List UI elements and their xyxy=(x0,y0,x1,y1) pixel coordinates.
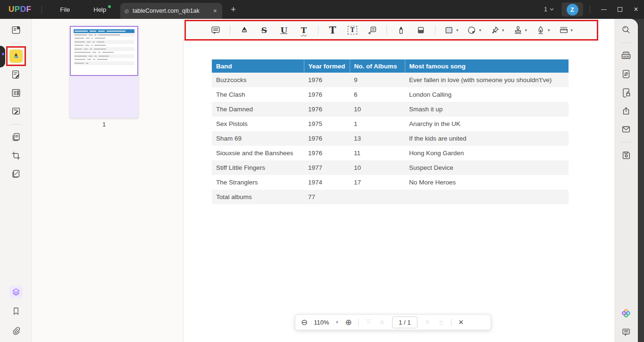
account-button[interactable]: Z xyxy=(561,2,583,17)
maximize-button[interactable] xyxy=(612,0,628,19)
next-page-button[interactable] xyxy=(424,318,431,326)
sidebar-item-reader[interactable] xyxy=(9,24,23,37)
zoom-out-button[interactable]: ⊖ xyxy=(301,318,308,326)
document-tab[interactable]: ⊘ tableConvert.com_qib1ak × xyxy=(120,3,222,19)
sidebar-item-convert[interactable] xyxy=(620,68,632,80)
right-rail-background: OCR xyxy=(614,19,644,342)
sidebar-item-feedback[interactable] xyxy=(620,326,632,338)
thumbnail-offscreen-area xyxy=(70,76,138,118)
table-cell: 9 xyxy=(350,73,405,87)
sidebar-item-share[interactable] xyxy=(620,105,632,117)
table-cell: Ever fallen in love (with someone you sh… xyxy=(405,73,569,87)
text-box-tool[interactable]: T xyxy=(347,25,358,36)
sidebar-item-fill-sign[interactable] xyxy=(9,105,23,118)
chevron-down-icon: ▾ xyxy=(571,28,573,33)
table-row[interactable]: The Stranglers197417No More Heroes xyxy=(212,175,569,190)
tab-count-dropdown[interactable]: 1 xyxy=(544,6,554,13)
menu-file[interactable]: File xyxy=(54,3,75,16)
table-row[interactable]: The Damned197610Smash it up xyxy=(212,102,569,117)
sidebar-item-edit[interactable] xyxy=(9,68,23,81)
table-row[interactable]: Buzzcocks19769Ever fallen in love (with … xyxy=(212,73,569,87)
sidebar-item-bookmark[interactable] xyxy=(9,305,23,318)
table-cell: 11 xyxy=(350,146,405,160)
close-window-button[interactable]: × xyxy=(628,0,644,19)
new-tab-button[interactable]: + xyxy=(228,3,239,16)
collapse-handle[interactable] xyxy=(0,46,5,67)
page-copy-icon xyxy=(11,132,21,142)
strikethrough-tool[interactable]: S xyxy=(259,25,270,36)
typewriter-tool[interactable]: T xyxy=(327,25,338,36)
stamp-tool[interactable]: ▾ xyxy=(513,25,527,35)
table-row[interactable]: The Clash19766London Calling xyxy=(212,87,569,102)
thumbnail-viewport[interactable] xyxy=(70,26,138,76)
double-chevron-up-icon xyxy=(378,318,386,326)
sidebar-item-organize[interactable] xyxy=(9,86,23,100)
sidebar-item-crop[interactable] xyxy=(9,149,23,162)
signature-tool[interactable]: ▾ xyxy=(535,25,550,35)
close-page-bar-button[interactable]: × xyxy=(459,317,464,327)
squiggly-tool[interactable]: T xyxy=(298,25,309,36)
last-page-button[interactable] xyxy=(437,318,445,326)
sidebar-item-protect[interactable] xyxy=(620,86,632,99)
thumbnail-page-number: 1 xyxy=(70,121,138,128)
zoom-level[interactable]: 110% xyxy=(314,319,329,326)
zoom-dropdown-icon[interactable]: ▼ xyxy=(335,320,339,325)
sidebar-item-ai-layers[interactable] xyxy=(9,285,23,299)
zoom-in-button[interactable]: ⊕ xyxy=(345,318,351,326)
first-page-button[interactable] xyxy=(365,318,372,326)
double-chevron-down-icon xyxy=(424,318,431,326)
table-row[interactable]: Sex Pistols19751Anarchy in the UK xyxy=(212,117,569,131)
previous-page-button[interactable] xyxy=(378,318,386,326)
table-row[interactable]: Total albums77 xyxy=(212,190,569,204)
ruler-icon xyxy=(559,25,569,35)
table-cell: The Damned xyxy=(212,102,304,117)
callout-tool[interactable] xyxy=(367,25,378,36)
table-cell: 1976 xyxy=(304,87,350,102)
table-cell: Smash it up xyxy=(405,102,569,117)
pencil-tool[interactable] xyxy=(395,25,407,36)
sidebar-item-ocr[interactable]: OCR xyxy=(620,50,632,62)
help-notification-dot xyxy=(108,5,111,8)
tab-close-icon[interactable]: × xyxy=(212,7,218,15)
sidebar-item-annotate[interactable] xyxy=(9,50,23,63)
eraser-tool[interactable] xyxy=(415,25,427,36)
table-cell: 1975 xyxy=(304,117,350,131)
annotation-toolbar: S U T T T ▾ xyxy=(184,20,598,41)
table-row[interactable]: Stiff Little Fingers197710Suspect Device xyxy=(212,160,569,175)
underline-tool[interactable]: U xyxy=(278,25,290,36)
table-cell: 1976 xyxy=(304,131,350,146)
page-number-input[interactable]: 1 / 1 xyxy=(392,317,418,328)
measure-tool[interactable]: ▾ xyxy=(559,25,573,35)
sidebar-item-attachment[interactable] xyxy=(9,324,23,337)
shapes-tool[interactable]: ▾ xyxy=(444,25,459,35)
tab-title: tableConvert.com_qib1ak xyxy=(133,8,209,14)
thumbnail-table-header xyxy=(74,29,134,33)
table-cell: The Stranglers xyxy=(212,175,304,190)
sidebar-item-updf-ai[interactable] xyxy=(620,307,632,319)
edit-pdf-icon xyxy=(11,69,21,80)
menu-help[interactable]: Help xyxy=(88,3,112,16)
chevron-down-icon xyxy=(550,8,554,11)
table-row[interactable]: Siouxsie and the Banshees197611Hong Kong… xyxy=(212,146,569,160)
stamp-icon xyxy=(513,25,523,35)
sidebar-item-pages[interactable] xyxy=(9,131,23,144)
handle-dot xyxy=(2,53,4,55)
pin-tool[interactable]: ▾ xyxy=(490,25,504,35)
text-box-icon: T xyxy=(348,26,357,34)
sidebar-item-email[interactable] xyxy=(620,123,632,135)
minimize-button[interactable] xyxy=(596,0,612,19)
highlight-tool[interactable] xyxy=(239,25,250,36)
table-row[interactable]: Sham 69197613If the kids are united xyxy=(212,131,569,146)
svg-text:OCR: OCR xyxy=(623,55,629,58)
table-header-cell: No. of Albums xyxy=(350,59,405,73)
table-cell: Suspect Device xyxy=(405,160,569,175)
search-icon xyxy=(621,25,631,35)
sidebar-item-search[interactable] xyxy=(620,24,632,36)
chevron-down-icon: ▾ xyxy=(456,28,459,33)
table-cell: 10 xyxy=(350,160,405,175)
sidebar-item-watermark[interactable] xyxy=(9,167,23,181)
note-tool[interactable] xyxy=(210,25,221,36)
sticker-tool[interactable]: ▾ xyxy=(467,25,481,35)
sidebar-item-save[interactable] xyxy=(620,149,632,161)
page-thumbnail[interactable] xyxy=(70,26,138,118)
